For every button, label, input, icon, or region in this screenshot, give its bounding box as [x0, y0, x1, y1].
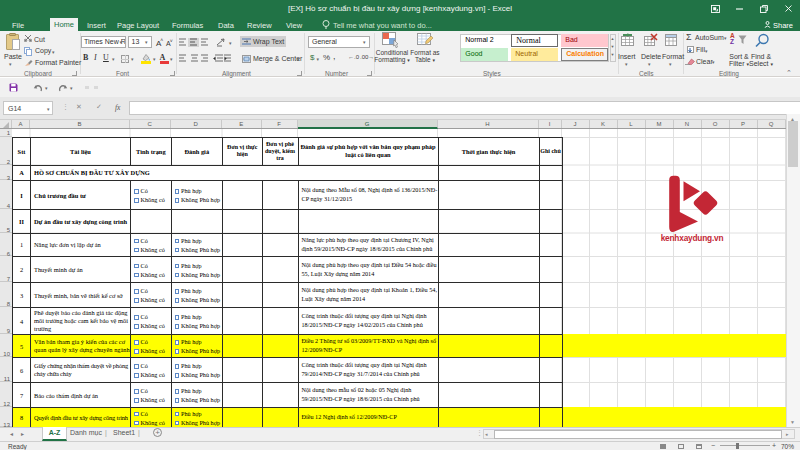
svg-text:kenhxaydung.vn: kenhxaydung.vn: [661, 233, 724, 243]
